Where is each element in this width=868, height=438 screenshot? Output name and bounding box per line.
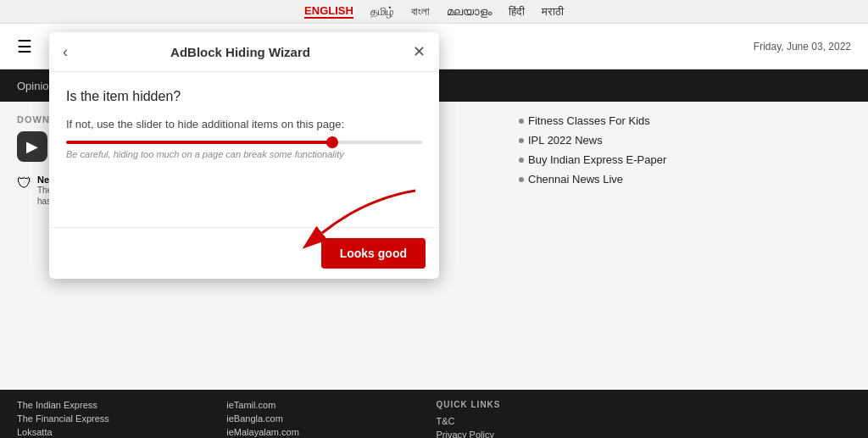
modal-description: If not, use the slider to hide additiona… bbox=[66, 118, 422, 130]
slider-container[interactable] bbox=[66, 141, 422, 144]
modal-back-button[interactable]: ‹ bbox=[63, 43, 68, 61]
slider-fill bbox=[66, 141, 333, 144]
slider-thumb[interactable] bbox=[326, 136, 338, 148]
slider-track bbox=[66, 141, 422, 144]
modal-spacer bbox=[66, 159, 422, 210]
modal-body: Is the item hidden? If not, use the slid… bbox=[49, 72, 439, 227]
modal-title: AdBlock Hiding Wizard bbox=[170, 45, 310, 59]
slider-warning: Be careful, hiding too much on a page ca… bbox=[66, 149, 422, 159]
modal-footer: Looks good bbox=[49, 227, 439, 279]
modal-header: ‹ AdBlock Hiding Wizard ✕ bbox=[49, 32, 439, 72]
adblock-wizard-modal: ‹ AdBlock Hiding Wizard ✕ Is the item hi… bbox=[49, 32, 439, 279]
looks-good-button[interactable]: Looks good bbox=[321, 238, 426, 269]
modal-overlay: ‹ AdBlock Hiding Wizard ✕ Is the item hi… bbox=[0, 0, 868, 438]
modal-question: Is the item hidden? bbox=[66, 89, 422, 104]
modal-close-button[interactable]: ✕ bbox=[413, 42, 426, 61]
